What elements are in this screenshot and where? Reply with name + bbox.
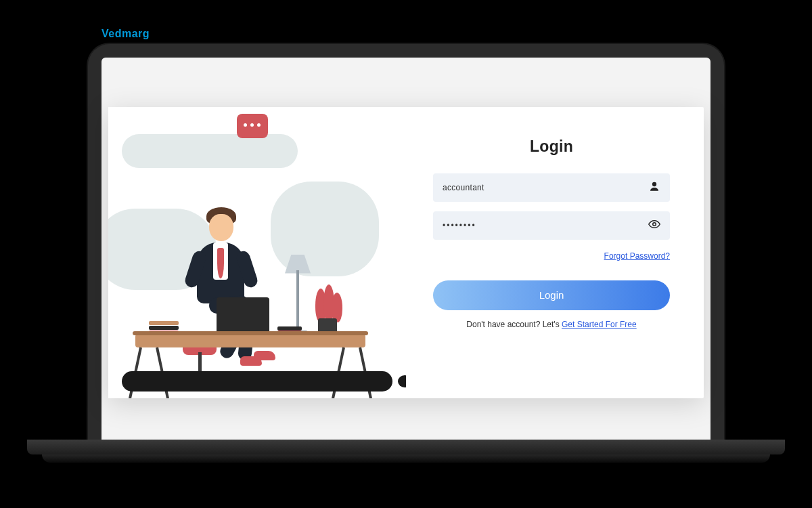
lamp-pole <box>296 270 299 335</box>
username-field-wrap <box>433 173 670 202</box>
brand-logo: Vedmarg <box>102 28 150 40</box>
cloud-shape <box>271 182 379 276</box>
forgot-row: Forgot Password? <box>433 249 670 261</box>
login-title: Login <box>530 137 573 156</box>
signup-prefix: Don't have account? Let's <box>466 320 562 329</box>
login-card: Login Forgot Password? <box>108 107 704 398</box>
username-input[interactable] <box>443 183 648 192</box>
laptop-base <box>27 440 785 464</box>
cloud-shape <box>122 134 298 168</box>
eye-icon[interactable] <box>648 218 660 233</box>
laptop-mockup: Login Forgot Password? <box>88 44 724 464</box>
forgot-password-link[interactable]: Forgot Password? <box>604 251 670 261</box>
plant-icon <box>332 293 342 322</box>
svg-point-0 <box>652 182 656 186</box>
laptop-icon <box>217 297 269 335</box>
speech-bubble-icon <box>237 114 268 138</box>
signup-text: Don't have account? Let's Get Started Fo… <box>466 320 636 329</box>
user-icon <box>648 180 660 195</box>
floor-shadow <box>122 371 392 391</box>
laptop-bezel: Login Forgot Password? <box>88 44 724 447</box>
password-input[interactable] <box>443 221 648 230</box>
screen: Login Forgot Password? <box>102 58 710 447</box>
password-field-wrap <box>433 211 670 240</box>
login-button[interactable]: Login <box>433 280 670 310</box>
svg-point-1 <box>653 222 656 226</box>
desk <box>135 334 365 347</box>
login-illustration <box>108 107 406 398</box>
signup-link[interactable]: Get Started For Free <box>562 320 637 329</box>
login-form: Login Forgot Password? <box>406 107 704 398</box>
